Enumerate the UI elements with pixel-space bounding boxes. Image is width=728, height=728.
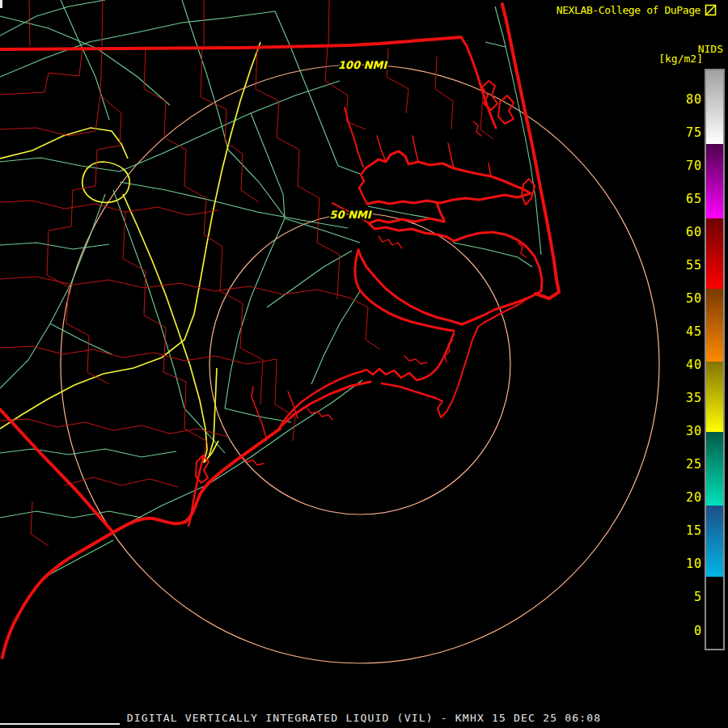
- colorbar-tick-65: 65: [670, 192, 702, 206]
- caption-underline: [0, 723, 120, 725]
- albemarle-sound: [366, 151, 531, 193]
- colorbar-gradient: [706, 70, 723, 649]
- colorbar-tick-30: 30: [670, 424, 702, 438]
- range-rings: [61, 65, 659, 663]
- units-label: [kg/m2]: [658, 53, 703, 65]
- colorbar-tick-10: 10: [670, 557, 702, 571]
- colorbar-tick-25: 25: [670, 457, 702, 472]
- colorbar-tick-80: 80: [670, 92, 702, 107]
- colorbar-tick-35: 35: [670, 391, 702, 405]
- border-mark-top-left: [0, 0, 2, 8]
- neuse-river: [358, 250, 462, 324]
- brand-text: NEXLAB-College of DuPage: [557, 4, 700, 16]
- range-ring-100nmi: [61, 65, 659, 663]
- colorbar-tick-50: 50: [670, 291, 702, 306]
- brand-header: NEXLAB-College of DuPage: [557, 4, 717, 16]
- range-ring-label-100nmi: 100 NMI: [338, 59, 388, 71]
- radar-map: 100 NMI 50 NMI: [0, 0, 728, 728]
- colorbar: [705, 69, 725, 650]
- state-border-va-nc: [0, 37, 461, 49]
- colorbar-tick-20: 20: [670, 490, 702, 505]
- pamlico-river: [369, 218, 447, 237]
- colorbar-tick-55: 55: [670, 258, 702, 273]
- colorbar-tick-60: 60: [670, 225, 702, 239]
- college-of-dupage-logo-icon: [705, 4, 717, 16]
- highways-layer: [0, 42, 260, 463]
- colorbar-tick-40: 40: [670, 358, 702, 372]
- range-ring-label-50nmi: 50 NMI: [329, 209, 372, 221]
- colorbar-tick-45: 45: [670, 324, 702, 339]
- colorbar-tick-70: 70: [670, 159, 702, 173]
- outer-banks: [502, 4, 559, 298]
- radar-display: 100 NMI 50 NMI NEXLAB-College of DuPage …: [0, 0, 728, 728]
- colorbar-tick-75: 75: [670, 125, 702, 140]
- colorbar-tick-0: 0: [670, 624, 702, 638]
- product-caption: DIGITAL VERTICALLY INTEGRATED LIQUID (VI…: [0, 712, 728, 724]
- roads-layer: [0, 0, 541, 578]
- colorbar-tick-5: 5: [670, 590, 702, 604]
- colorbar-tick-15: 15: [670, 523, 702, 538]
- state-border-sc-nc: [0, 409, 112, 531]
